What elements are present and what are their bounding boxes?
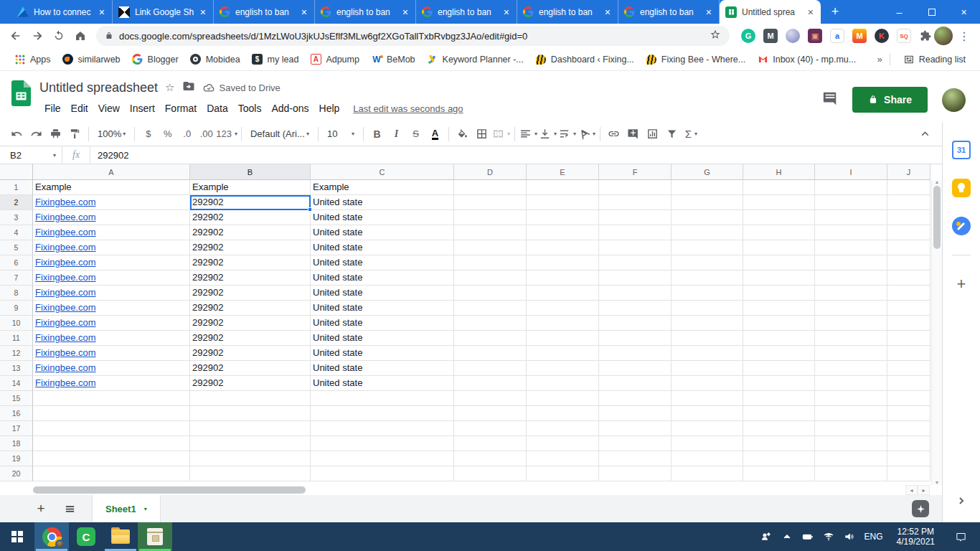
- cell-B9[interactable]: 292902: [190, 301, 311, 316]
- row-header-11[interactable]: 11: [0, 331, 33, 346]
- cell-G5[interactable]: [672, 240, 743, 255]
- cell-C3[interactable]: United state: [311, 210, 454, 225]
- cell-C1[interactable]: Example: [311, 180, 454, 195]
- cell-I2[interactable]: [815, 195, 887, 210]
- cell-C12[interactable]: United state: [311, 346, 454, 361]
- cell-F18[interactable]: [599, 436, 672, 451]
- menu-data[interactable]: Data: [202, 100, 233, 116]
- cell-G16[interactable]: [672, 406, 743, 421]
- cell-B16[interactable]: [190, 406, 311, 421]
- cell-E12[interactable]: [527, 346, 599, 361]
- column-header-J[interactable]: J: [887, 164, 930, 180]
- cell-E3[interactable]: [527, 210, 599, 225]
- row-header-16[interactable]: 16: [0, 406, 33, 421]
- cell-D14[interactable]: [454, 376, 527, 391]
- cell-A5[interactable]: Fixingbee.com: [33, 240, 190, 255]
- cell-J6[interactable]: [887, 255, 930, 270]
- redo-button[interactable]: [27, 125, 46, 143]
- row-header-2[interactable]: 2: [0, 195, 33, 210]
- cell-E15[interactable]: [527, 391, 599, 406]
- cell-F10[interactable]: [599, 316, 672, 331]
- undo-button[interactable]: [7, 125, 27, 143]
- cell-H2[interactable]: [743, 195, 815, 210]
- tab-close-icon[interactable]: ×: [300, 7, 308, 17]
- menu-file[interactable]: File: [39, 100, 66, 116]
- cell-G11[interactable]: [672, 331, 743, 346]
- row-header-20[interactable]: 20: [0, 466, 33, 481]
- paint-format-button[interactable]: [65, 125, 85, 143]
- cell-J8[interactable]: [887, 286, 930, 301]
- cell-H8[interactable]: [743, 286, 815, 301]
- cell-D10[interactable]: [454, 316, 527, 331]
- column-header-B[interactable]: B: [190, 164, 311, 180]
- cell-F9[interactable]: [599, 301, 672, 316]
- cell-G3[interactable]: [672, 210, 743, 225]
- scroll-right-icon[interactable]: ▸: [918, 485, 930, 495]
- cell-I6[interactable]: [815, 255, 887, 270]
- cell-F7[interactable]: [599, 270, 672, 286]
- tab-close-icon[interactable]: ×: [603, 7, 612, 17]
- bookmark-gmail-m[interactable]: Inbox (40) - mp.mu...: [751, 54, 862, 65]
- cell-I9[interactable]: [815, 301, 887, 316]
- cell-A14[interactable]: Fixingbee.com: [33, 376, 190, 391]
- cell-I7[interactable]: [815, 270, 887, 286]
- google-sheets-logo[interactable]: [11, 80, 31, 106]
- cell-I17[interactable]: [815, 421, 887, 436]
- grid-corner[interactable]: [0, 164, 33, 180]
- cell-D17[interactable]: [454, 421, 527, 436]
- name-box[interactable]: B2▾: [0, 150, 62, 161]
- fill-color-button[interactable]: [453, 125, 472, 143]
- print-button[interactable]: [46, 125, 65, 143]
- new-tab-button[interactable]: +: [825, 0, 845, 24]
- battery-icon[interactable]: [802, 531, 814, 542]
- cell-G18[interactable]: [672, 436, 743, 451]
- borders-button[interactable]: [472, 125, 491, 143]
- bookmark-apps-grid[interactable]: Apps: [9, 54, 57, 65]
- cell-C9[interactable]: United state: [311, 301, 454, 316]
- show-hidden-icons-chevron[interactable]: [781, 531, 793, 542]
- tab-close-icon[interactable]: ×: [502, 7, 511, 17]
- bold-button[interactable]: B: [367, 125, 387, 143]
- cell-I1[interactable]: [815, 180, 887, 195]
- row-header-14[interactable]: 14: [0, 376, 33, 391]
- cell-I3[interactable]: [815, 210, 887, 225]
- keep-icon[interactable]: [952, 179, 971, 197]
- cell-G19[interactable]: [672, 451, 743, 466]
- cell-H5[interactable]: [743, 240, 815, 255]
- m-extension-icon[interactable]: M: [763, 29, 778, 43]
- cell-C6[interactable]: United state: [311, 255, 454, 270]
- cell-F5[interactable]: [599, 240, 672, 255]
- cell-H6[interactable]: [743, 255, 815, 270]
- tab-close-icon[interactable]: ×: [705, 7, 713, 17]
- cell-J13[interactable]: [887, 361, 930, 376]
- cell-A18[interactable]: [33, 436, 190, 451]
- cell-A1[interactable]: Example: [33, 180, 190, 195]
- insert-chart-button[interactable]: [643, 125, 662, 143]
- cell-C14[interactable]: United state: [311, 376, 454, 391]
- get-add-ons-button[interactable]: +: [957, 275, 966, 293]
- cell-E9[interactable]: [527, 301, 599, 316]
- cell-D16[interactable]: [454, 406, 527, 421]
- cell-I5[interactable]: [815, 240, 887, 255]
- star-document-icon[interactable]: ☆: [165, 81, 174, 94]
- cell-C5[interactable]: United state: [311, 240, 454, 255]
- horizontal-align-button[interactable]: ▾: [519, 125, 538, 143]
- start-button[interactable]: [0, 522, 34, 551]
- reading-list-button[interactable]: Reading list: [897, 54, 971, 65]
- row-header-17[interactable]: 17: [0, 421, 33, 436]
- filter-button[interactable]: [662, 125, 682, 143]
- cell-C17[interactable]: [311, 421, 454, 436]
- column-header-C[interactable]: C: [311, 164, 454, 180]
- cell-G9[interactable]: [672, 301, 743, 316]
- cell-G1[interactable]: [672, 180, 743, 195]
- cell-B8[interactable]: 292902: [190, 286, 311, 301]
- cell-A13[interactable]: Fixingbee.com: [33, 361, 190, 376]
- number-format-button[interactable]: 123▾: [216, 125, 237, 143]
- cell-B11[interactable]: 292902: [190, 331, 311, 346]
- vertical-align-button[interactable]: ▾: [538, 125, 557, 143]
- vertical-scrollbar[interactable]: ▲ ▼: [931, 180, 942, 485]
- column-header-G[interactable]: G: [672, 164, 743, 180]
- cell-G15[interactable]: [672, 391, 743, 406]
- cell-A4[interactable]: Fixingbee.com: [33, 225, 190, 240]
- row-header-15[interactable]: 15: [0, 391, 33, 406]
